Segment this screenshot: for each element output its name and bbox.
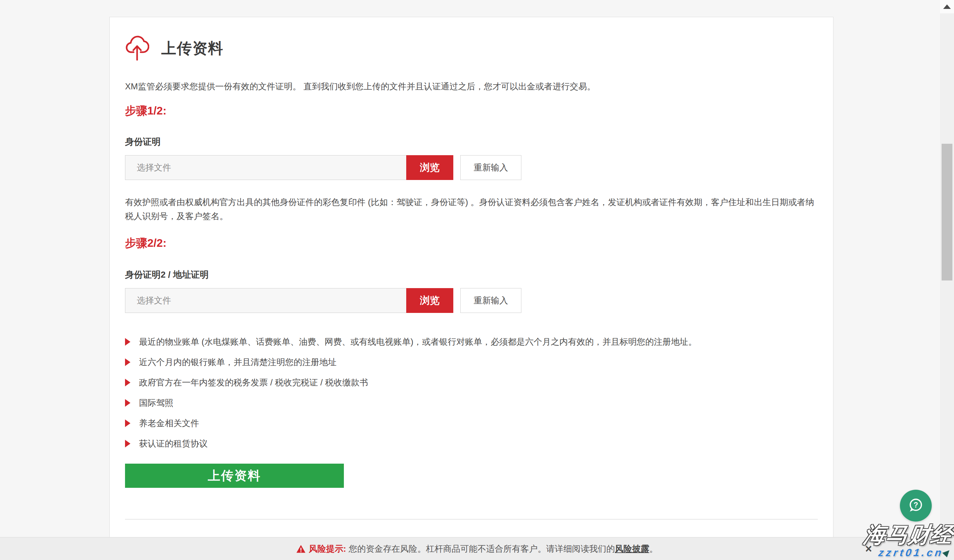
browse-button[interactable]: 浏览 [406, 155, 453, 180]
list-item-text: 获认证的租赁协议 [139, 439, 208, 448]
bullet-triangle-icon [125, 420, 131, 427]
bullet-triangle-icon [125, 358, 131, 366]
bullet-triangle-icon [125, 399, 131, 407]
page: 上传资料 XM监管必须要求您提供一份有效的文件证明。 直到我们收到您上传的文件并… [0, 0, 954, 560]
question-bubble-icon: ? [906, 496, 926, 515]
identity-proof-file-row: 选择文件 浏览 重新输入 [125, 155, 818, 180]
bullet-triangle-icon [125, 379, 131, 386]
address-proof-file-row: 选择文件 浏览 重新输入 [125, 288, 818, 313]
risk-warning-suffix: 。 [649, 543, 658, 555]
address-proof-label: 身份证明2 / 地址证明 [125, 270, 818, 280]
step-1-heading: 步骤1/2: [125, 104, 818, 117]
list-item-text: 近六个月内的银行账单，并且清楚注明您的注册地址 [139, 358, 337, 367]
page-header: 上传资料 [125, 36, 818, 61]
list-item: 获认证的租赁协议 [125, 439, 818, 448]
list-item-text: 养老金相关文件 [139, 418, 199, 428]
svg-text:?: ? [913, 501, 918, 509]
scroll-up-button[interactable] [940, 0, 954, 13]
browse-button[interactable]: 浏览 [406, 288, 453, 313]
spacer [453, 155, 460, 180]
bullet-triangle-icon [125, 338, 131, 346]
risk-warning-text: 您的资金存在风险。杠杆商品可能不适合所有客户。请详细阅读我们的 [349, 543, 615, 555]
cloud-upload-icon [125, 34, 149, 63]
list-item: 养老金相关文件 [125, 418, 818, 428]
risk-warning-label: 风险提示: [309, 543, 346, 555]
help-chat-button[interactable]: ? [900, 490, 932, 521]
upload-documents-panel: 上传资料 XM监管必须要求您提供一份有效的文件证明。 直到我们收到您上传的文件并… [109, 17, 834, 560]
step-2-heading: 步骤2/2: [125, 236, 818, 249]
list-item: 最近的物业账单 (水电煤账单、话费账单、油费、网费、或有线电视账单)，或者银行对… [125, 337, 818, 347]
list-item: 政府官方在一年内签发的税务发票 / 税收完税证 / 税收缴款书 [125, 378, 818, 387]
upload-documents-button[interactable]: 上传资料 [125, 464, 344, 488]
bullet-triangle-icon [125, 440, 131, 447]
accepted-documents-list: 最近的物业账单 (水电煤账单、话费账单、油费、网费、或有线电视账单)，或者银行对… [125, 337, 818, 448]
spacer [453, 288, 460, 313]
identity-proof-description: 有效护照或者由权威机构官方出具的其他身份证件的彩色复印件 (比如：驾驶证，身份证… [125, 195, 818, 223]
list-item-text: 国际驾照 [139, 398, 173, 408]
close-icon[interactable]: × [865, 543, 872, 555]
file-input[interactable]: 选择文件 [125, 288, 407, 313]
intro-text: XM监管必须要求您提供一份有效的文件证明。 直到我们收到您上传的文件并且认证通过… [125, 80, 818, 93]
list-item-text: 政府官方在一年内签发的税务发票 / 税收完税证 / 税收缴款书 [139, 378, 368, 387]
list-item: 国际驾照 [125, 398, 818, 408]
chevron-up-icon [943, 5, 951, 9]
risk-warning-bar: 风险提示: 您的资金存在风险。杠杆商品可能不适合所有客户。请详细阅读我们的 风险… [0, 537, 954, 560]
warning-triangle-icon [296, 544, 306, 553]
file-input[interactable]: 选择文件 [125, 155, 407, 180]
divider [125, 519, 818, 520]
identity-proof-label: 身份证明 [125, 137, 818, 147]
vertical-scrollbar [940, 0, 954, 560]
risk-disclosure-link[interactable]: 风险披露 [615, 543, 649, 555]
list-item-text: 最近的物业账单 (水电煤账单、话费账单、油费、网费、或有线电视账单)，或者银行对… [139, 337, 697, 347]
list-item: 近六个月内的银行账单，并且清楚注明您的注册地址 [125, 358, 818, 367]
reset-button[interactable]: 重新输入 [460, 288, 521, 313]
reset-button[interactable]: 重新输入 [460, 155, 521, 180]
scrollbar-thumb[interactable] [942, 144, 952, 280]
page-title: 上传资料 [161, 39, 224, 59]
